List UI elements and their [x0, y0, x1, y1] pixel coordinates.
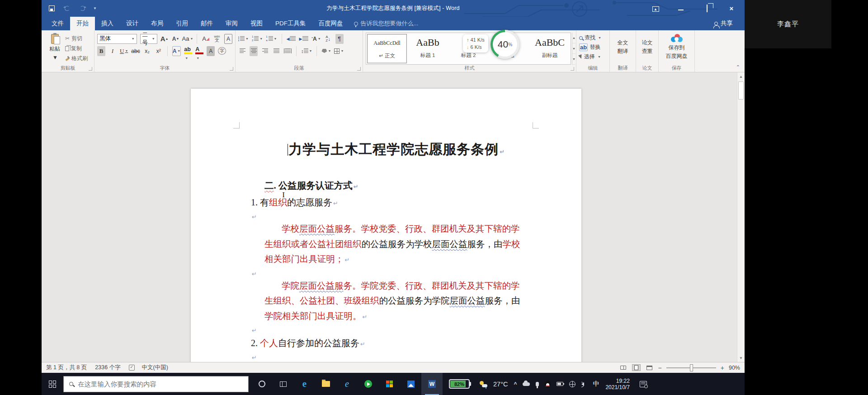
read-mode-button[interactable]	[619, 364, 627, 371]
action-center-icon[interactable]	[640, 381, 647, 387]
style-副标题[interactable]: AaBbC副标题	[530, 34, 570, 63]
sort-button[interactable]: AZ↓	[324, 34, 332, 44]
close-button[interactable]: ×	[726, 5, 736, 12]
paper-check-button[interactable]: 论文 查重	[639, 33, 656, 62]
style-gallery-more-button[interactable]: ▼	[572, 54, 576, 65]
style-标题 1[interactable]: AaBb标题 1	[408, 34, 448, 63]
phonetic-guide-button[interactable]: wén文	[213, 34, 221, 44]
tab-文件[interactable]: 文件	[45, 17, 70, 30]
styles-dialog-launcher[interactable]	[571, 67, 574, 71]
save-to-baidu-button[interactable]: 保存到 百度网盘	[661, 33, 692, 62]
weather-icon[interactable]	[480, 381, 487, 387]
scrollbar-track[interactable]	[737, 100, 745, 354]
strikethrough-button[interactable]: abc	[131, 46, 140, 56]
zoom-percentage[interactable]: 90%	[729, 365, 740, 371]
share-button[interactable]: 共享	[714, 17, 733, 30]
cloud-sync-icon[interactable]	[523, 382, 530, 386]
temperature[interactable]: 27°C	[493, 381, 508, 388]
qat-customize-button[interactable]: ▼	[93, 6, 97, 10]
paste-button[interactable]: 粘贴 ▼	[44, 33, 65, 65]
taskbar-app-internet-explorer[interactable]: e	[336, 373, 358, 395]
taskbar-app-task-view[interactable]	[273, 373, 294, 395]
numbering-button[interactable]: 12▼	[252, 34, 263, 44]
tab-引用[interactable]: 引用	[170, 17, 194, 30]
increase-indent-button[interactable]: ▶	[299, 34, 308, 44]
cut-button[interactable]: ✂剪切	[65, 34, 88, 43]
format-painter-button[interactable]: 格式刷	[65, 54, 88, 62]
character-border-button[interactable]: A	[224, 34, 232, 44]
full-text-translate-button[interactable]: 全文 翻译	[613, 33, 633, 62]
collapse-ribbon-button[interactable]: ⌃	[736, 64, 740, 70]
ribbon-display-options-button[interactable]: ▲	[651, 5, 660, 12]
taskbar-search-box[interactable]	[63, 376, 249, 392]
bullets-button[interactable]: ▼	[238, 34, 249, 44]
multilevel-list-button[interactable]: 1a▼	[266, 34, 277, 44]
tab-插入[interactable]: 插入	[95, 17, 120, 30]
style-gallery-up-button[interactable]: ▲	[572, 33, 576, 43]
style-gallery-down-button[interactable]: ▼	[572, 43, 576, 54]
hidden-icons-chevron[interactable]: ^	[514, 381, 517, 387]
paste-dropdown-arrow[interactable]: ▼	[52, 54, 58, 61]
save-button[interactable]	[47, 5, 56, 13]
text-effects-button[interactable]: A▼	[172, 46, 181, 56]
tell-me-box[interactable]: 告诉我您想要做什么...	[354, 17, 419, 30]
bold-button[interactable]: B	[97, 46, 105, 56]
font-dialog-launcher[interactable]	[230, 67, 233, 71]
qq-icon[interactable]	[545, 381, 551, 387]
character-shading-button[interactable]: A	[207, 46, 215, 56]
proofing-status-icon[interactable]	[129, 365, 135, 371]
zoom-slider-thumb[interactable]	[690, 364, 693, 371]
scroll-up-button[interactable]: ▲	[737, 72, 745, 81]
shrink-font-button[interactable]: A▼	[172, 34, 180, 44]
taskbar-app-cortana[interactable]	[251, 373, 273, 395]
battery-optimizer-badge[interactable]: 82%	[449, 379, 470, 389]
search-input[interactable]	[78, 381, 243, 388]
text-highlight-button[interactable]: ab▼	[184, 46, 192, 56]
taskbar-app-photos[interactable]	[400, 373, 421, 395]
tab-审阅[interactable]: 审阅	[219, 17, 244, 30]
font-color-button[interactable]: A▼	[195, 46, 203, 56]
minimize-button[interactable]	[676, 5, 686, 12]
redo-button[interactable]	[78, 5, 87, 13]
paragraph-dialog-launcher[interactable]	[357, 67, 361, 71]
underline-button[interactable]: U▼	[120, 46, 128, 56]
print-layout-button[interactable]	[632, 364, 641, 371]
language-indicator[interactable]: 中文(中国)	[142, 364, 168, 371]
taskbar-app-file-explorer[interactable]	[315, 373, 336, 395]
zoom-slider[interactable]	[666, 367, 716, 368]
superscript-button[interactable]: x²	[155, 46, 163, 56]
subscript-button[interactable]: x₂	[143, 46, 151, 56]
align-right-button[interactable]	[261, 46, 269, 56]
font-name-combobox[interactable]: 黑体▼	[97, 34, 137, 44]
microphone-icon[interactable]	[536, 382, 539, 386]
grow-font-button[interactable]: A▲	[160, 34, 169, 44]
ime-indicator[interactable]: 中	[593, 380, 599, 388]
style-正文[interactable]: AaBbCcDdl↵ 正文	[367, 34, 407, 63]
clipboard-dialog-launcher[interactable]	[89, 67, 92, 71]
network-icon[interactable]	[569, 381, 576, 387]
align-center-button[interactable]	[250, 46, 258, 56]
zoom-in-button[interactable]: +	[721, 364, 724, 371]
vertical-scrollbar[interactable]: ▲ ▼	[737, 72, 745, 362]
word-count[interactable]: 2336 个字	[95, 364, 120, 371]
scroll-down-button[interactable]: ▼	[737, 354, 745, 362]
borders-button[interactable]: ▼	[334, 46, 344, 56]
select-button[interactable]: 选择▼	[579, 52, 607, 62]
taskbar-clock[interactable]: 19:22 2021/10/7	[605, 378, 629, 390]
line-spacing-button[interactable]: ↕▼	[301, 46, 312, 56]
asian-layout-button[interactable]: ˇA▼	[311, 34, 321, 44]
document-page[interactable]: 力学与土木工程学院志愿服务条例↵二. 公益服务认证方式↵1. 有组织的志愿服务↵…	[191, 89, 581, 362]
clear-formatting-button[interactable]: A◢	[202, 34, 210, 44]
tab-邮件[interactable]: 邮件	[194, 17, 219, 30]
zoom-out-button[interactable]: −	[658, 364, 662, 371]
tab-百度网盘[interactable]: 百度网盘	[312, 17, 349, 30]
taskbar-app-video-player[interactable]	[358, 373, 379, 395]
taskbar-app-edge[interactable]: e	[294, 373, 315, 395]
battery-tray-icon[interactable]	[557, 382, 563, 386]
enclose-characters-button[interactable]: 字	[218, 47, 226, 55]
find-button[interactable]: 查找▼	[579, 33, 607, 43]
decrease-indent-button[interactable]: ◀	[287, 34, 296, 44]
volume-icon[interactable]	[581, 382, 584, 386]
align-left-button[interactable]	[238, 46, 246, 56]
shading-button[interactable]: ▼	[321, 46, 331, 56]
